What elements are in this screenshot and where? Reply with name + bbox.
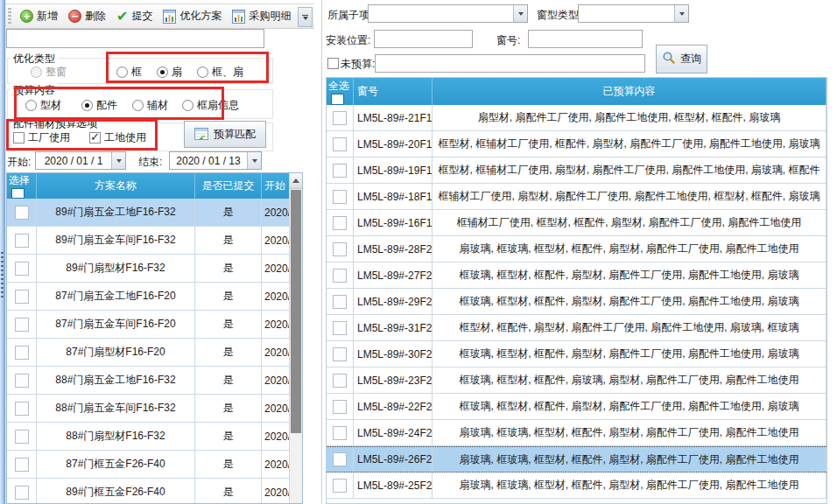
chevron-down-icon[interactable]: [247, 152, 261, 169]
window-row[interactable]: LM5L-89#-25F23 扇玻璃, 框玻璃, 框型材, 框配件, 扇型材, …: [327, 472, 826, 499]
radio-icon: [25, 100, 37, 111]
window-row[interactable]: LM5L-89#-26F24 扇玻璃, 框玻璃, 框型材, 框配件, 扇型材, …: [327, 446, 826, 472]
window-col-budgeted-content[interactable]: 已预算内容: [433, 78, 826, 105]
plan-row-checkbox[interactable]: [15, 402, 29, 416]
window-row-checkbox[interactable]: [333, 426, 347, 440]
toolbar-overflow-button[interactable]: [298, 7, 313, 27]
plan-row[interactable]: 88#门扇五金车间F16-F32 是 2020/0: [7, 395, 302, 423]
window-row-checkbox[interactable]: [333, 216, 347, 230]
plan-row[interactable]: 87#门扇型材F16-F20 是 2020/0: [7, 339, 302, 367]
unbudgeted-input[interactable]: [375, 54, 645, 73]
plan-row-checkbox[interactable]: [15, 458, 29, 472]
plan-row-checkbox[interactable]: [15, 262, 29, 276]
window-row[interactable]: LM5L-89#-27F25 框玻璃, 框型材, 框配件, 扇型材, 扇配件工厂…: [327, 262, 826, 289]
sub-item-select[interactable]: [368, 4, 528, 23]
budgeted-content: 框玻璃, 框型材, 框配件, 扇型材, 扇配件工厂使用, 扇配件工地使用, 扇玻…: [433, 262, 826, 288]
radio-profile[interactable]: 型材: [25, 98, 61, 113]
window-row[interactable]: LM5L-89#-23F21 框玻璃, 框型材, 框配件, 扇玻璃, 扇型材, …: [327, 368, 826, 394]
window-row[interactable]: [327, 499, 826, 504]
toolbar-grip-icon[interactable]: [8, 8, 11, 24]
window-row-checkbox[interactable]: [333, 321, 347, 335]
checkbox-factory-use[interactable]: 工厂使用: [13, 130, 70, 145]
window-row[interactable]: LM5L-89#-24F22 扇玻璃, 框玻璃, 框型材, 框配件, 扇型材, …: [327, 420, 826, 446]
collapsed-panel-splitter[interactable]: [0, 0, 6, 504]
delete-button[interactable]: − 删除: [63, 6, 111, 26]
window-no-input[interactable]: [528, 30, 643, 48]
scrollbar-thumb[interactable]: [291, 190, 301, 433]
window-row-checkbox[interactable]: [333, 452, 347, 466]
window-row-checkbox[interactable]: [333, 111, 347, 125]
radio-accessory[interactable]: 配件: [81, 98, 117, 113]
chevron-down-icon[interactable]: [513, 5, 527, 22]
window-row[interactable]: LM5L-89#-28F26 扇玻璃, 框玻璃, 框型材, 框配件, 扇型材, …: [327, 236, 826, 262]
window-row[interactable]: LM5L-89#-30F28 框玻璃, 框型材, 框配件, 扇型材, 扇配件工厂…: [327, 341, 826, 368]
radio-frame-sash[interactable]: 框、扇: [197, 65, 243, 80]
plan-row[interactable]: 87#门扇五金车间F16-F20 是 2020/0: [7, 311, 302, 339]
window-col-no[interactable]: 窗号: [354, 78, 433, 105]
window-row-checkbox[interactable]: [333, 242, 347, 256]
window-row-checkbox[interactable]: [333, 190, 347, 204]
plan-col-submitted[interactable]: 是否已提交: [195, 173, 262, 199]
window-row-checkbox[interactable]: [333, 374, 347, 388]
window-row[interactable]: LM5L-89#-16F15 框辅材工厂使用, 框型材, 框配件, 扇型材, 扇…: [327, 210, 826, 236]
plan-row-checkbox[interactable]: [15, 346, 29, 360]
add-button[interactable]: + 新增: [15, 6, 63, 26]
plan-row[interactable]: 89#门扇五金车间F16-F32 是 2020/0: [7, 227, 302, 255]
budget-match-button[interactable]: 预算匹配: [184, 121, 266, 148]
optimize-plan-button[interactable]: 优化方案: [158, 6, 227, 26]
window-type-select[interactable]: [578, 4, 689, 23]
window-row-checkbox[interactable]: [333, 164, 347, 178]
window-row[interactable]: LM5L-89#-21F19 扇型材, 扇配件工厂使用, 扇配件工地使用, 框型…: [327, 105, 826, 131]
query-button[interactable]: 查询: [656, 45, 707, 74]
plan-row-checkbox[interactable]: [15, 206, 29, 220]
plan-row[interactable]: 88#门扇五金工地F16-F32 是 2020/0: [7, 367, 302, 395]
select-all-windows-checkbox[interactable]: [331, 94, 344, 105]
radio-frame-sash-info[interactable]: 框扇信息: [182, 98, 239, 113]
plan-row-checkbox[interactable]: [15, 486, 29, 500]
plan-row-checkbox[interactable]: [15, 430, 29, 444]
window-row[interactable]: LM5L-89#-22F20 框玻璃, 框型材, 框配件, 扇型材, 扇配件工厂…: [327, 394, 826, 420]
plan-search-input[interactable]: [6, 29, 264, 48]
window-row-checkbox[interactable]: [333, 400, 347, 414]
submit-button[interactable]: ✔ 提交: [111, 6, 158, 26]
plan-row[interactable]: 89#门扇五金工地F16-F32 是 2020/0: [7, 199, 302, 227]
plan-row-checkbox[interactable]: [15, 234, 29, 248]
plan-row[interactable]: 89#门框五金F26-F40 是 2020/0: [7, 479, 302, 504]
window-row[interactable]: LM5L-89#-29F27 框玻璃, 框型材, 框配件, 扇型材, 扇配件工厂…: [327, 289, 826, 315]
window-col-select-all[interactable]: 全选: [327, 78, 354, 105]
window-row[interactable]: LM5L-89#-20F18 框型材, 框辅材工厂使用, 框配件, 扇型材, 扇…: [327, 131, 826, 158]
plan-row[interactable]: 87#门扇五金工地F16-F20 是 2020/0: [7, 283, 302, 311]
plan-row[interactable]: 88#门扇型材F16-F32 是 2020/0: [7, 423, 302, 451]
chevron-down-icon[interactable]: [111, 152, 125, 169]
chevron-down-icon[interactable]: [674, 5, 688, 22]
radio-sash[interactable]: 扇: [157, 65, 182, 80]
plan-row[interactable]: 87#门框五金F26-F40 是 2020/0: [7, 451, 302, 479]
window-no: LM5L-89#-25F23: [354, 472, 433, 498]
plan-row-checkbox[interactable]: [15, 374, 29, 388]
plan-row-checkbox[interactable]: [15, 290, 29, 304]
end-date-picker[interactable]: 2020 / 01 / 13: [169, 151, 262, 170]
radio-whole-window[interactable]: 整窗: [31, 65, 67, 80]
radio-auxiliary[interactable]: 辅材: [132, 98, 168, 113]
window-row[interactable]: LM5L-89#-19F17 框型材, 框辅材工厂使用, 扇型材, 扇配件工厂使…: [327, 158, 826, 184]
window-row-checkbox[interactable]: [333, 137, 347, 151]
window-row-checkbox[interactable]: [333, 479, 347, 493]
window-row[interactable]: LM5L-89#-18F16 框辅材工厂使用, 扇型材, 扇配件工厂使用, 扇配…: [327, 184, 826, 210]
plan-row-checkbox[interactable]: [15, 318, 29, 332]
start-date-picker[interactable]: 2020 / 01 / 1: [35, 151, 126, 170]
window-row-checkbox[interactable]: [333, 295, 347, 309]
install-position-input[interactable]: [374, 30, 473, 48]
plan-row[interactable]: 89#门扇型材F16-F32 是 2020/0: [7, 255, 302, 283]
checkbox-site-use[interactable]: 工地使用: [89, 130, 146, 145]
plan-col-select[interactable]: 选择: [7, 173, 37, 199]
plan-col-name[interactable]: 方案名称: [37, 173, 195, 199]
window-row-checkbox[interactable]: [333, 347, 347, 361]
radio-frame[interactable]: 框: [116, 65, 142, 80]
window-table: 全选 窗号 已预算内容 LM5L-89#-21F19 扇型材, 扇配件工厂使用,…: [326, 77, 827, 504]
select-all-plans-checkbox[interactable]: [11, 188, 25, 199]
scroll-up-button[interactable]: [290, 173, 302, 189]
unbudgeted-checkbox[interactable]: [327, 58, 339, 69]
window-row-checkbox[interactable]: [333, 269, 347, 283]
plan-table-scrollbar[interactable]: [289, 173, 302, 503]
window-row[interactable]: LM5L-89#-31F29 框型材, 框配件, 扇型材, 扇配件工厂使用, 扇…: [327, 315, 826, 341]
